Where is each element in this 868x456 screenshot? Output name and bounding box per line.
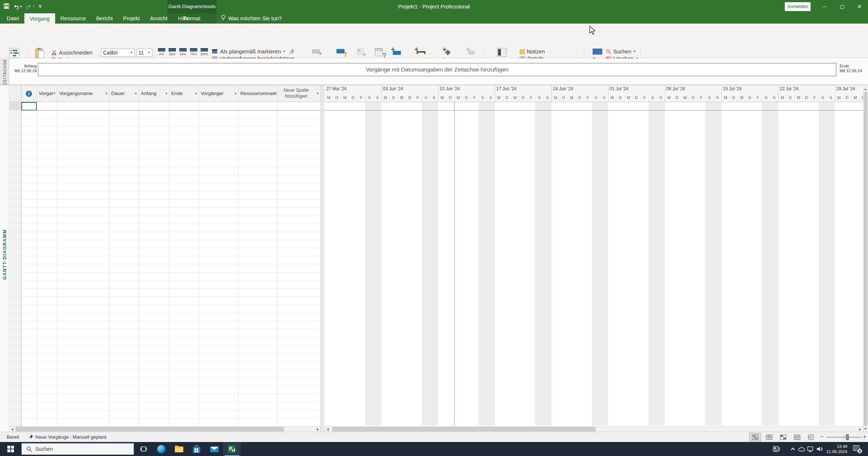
- view-task-usage-button[interactable]: [763, 433, 775, 442]
- project-app-taskbar-icon[interactable]: P: [223, 442, 241, 456]
- row-number-cell[interactable]: [9, 264, 21, 272]
- row-number-cell[interactable]: [9, 402, 21, 410]
- font-family-combo[interactable]: Calibri: [101, 49, 135, 57]
- row-number-cell[interactable]: [9, 353, 21, 361]
- row-number-cell[interactable]: [9, 167, 21, 175]
- percent-50-button[interactable]: 50%: [178, 48, 188, 58]
- view-team-planner-button[interactable]: [777, 433, 789, 442]
- row-number-cell[interactable]: [9, 369, 21, 378]
- close-button[interactable]: ✕: [851, 0, 868, 13]
- percent-0-button[interactable]: 0%: [157, 48, 166, 58]
- column-header-anfang[interactable]: Anfang: [138, 85, 169, 102]
- row-number-cell[interactable]: [9, 118, 21, 126]
- timeline-view-strip[interactable]: ZEITACHSE: [0, 59, 9, 85]
- table-chart-splitter[interactable]: [321, 85, 324, 432]
- row-number-cell[interactable]: [9, 361, 21, 369]
- vscroll-up-icon[interactable]: [864, 88, 867, 90]
- tab-bericht[interactable]: Bericht: [91, 13, 118, 24]
- row-number-cell[interactable]: [9, 321, 21, 329]
- column-header-dauer[interactable]: Dauer: [109, 85, 138, 102]
- view-gantt-button[interactable]: [749, 433, 761, 442]
- selected-cell[interactable]: [21, 102, 37, 111]
- column-header-info[interactable]: i: [21, 85, 36, 102]
- row-number-cell[interactable]: [9, 345, 21, 353]
- restore-button[interactable]: [833, 0, 851, 13]
- row-number-cell[interactable]: [9, 151, 21, 159]
- row-number-cell[interactable]: [9, 110, 21, 118]
- row-number-cell[interactable]: [9, 159, 21, 167]
- row-number-cell[interactable]: [9, 394, 21, 402]
- row-number-cell[interactable]: [9, 418, 21, 426]
- minimize-button[interactable]: ─: [816, 0, 833, 13]
- tab-format[interactable]: Format: [167, 13, 216, 24]
- taskbar-search-box[interactable]: Suchen: [21, 443, 134, 455]
- row-number-cell[interactable]: [9, 288, 21, 297]
- column-header-vorgar[interactable]: Vorgar: [36, 85, 57, 102]
- row-number-cell[interactable]: [9, 232, 21, 240]
- row-number-cell[interactable]: [9, 134, 21, 143]
- task-notes-button[interactable]: Notizen: [520, 48, 545, 55]
- view-name-strip[interactable]: GANTT-DIAGRAMM: [0, 85, 9, 432]
- table-hscroll-right-icon[interactable]: [317, 428, 319, 431]
- tab-datei[interactable]: Datei: [1, 13, 24, 24]
- chart-hscroll-left-icon[interactable]: [327, 428, 329, 431]
- view-report-button[interactable]: [805, 433, 817, 442]
- zoom-in-button[interactable]: +: [863, 434, 866, 440]
- table-hscroll-thumb[interactable]: [16, 427, 284, 431]
- row-number-cell[interactable]: [9, 207, 21, 215]
- column-header-ressourcennam[interactable]: Ressourcennam: [238, 85, 277, 102]
- row-number-cell[interactable]: [9, 199, 21, 207]
- zoom-out-button[interactable]: −: [820, 434, 823, 440]
- mail-app-icon[interactable]: [205, 442, 223, 456]
- taskbar-clock[interactable]: 13:49 12.06.2024: [825, 444, 847, 454]
- row-number-cell[interactable]: [9, 143, 21, 151]
- row-number-cell[interactable]: [9, 305, 21, 313]
- chart-hscroll-thumb[interactable]: [332, 427, 596, 431]
- row-number-cell[interactable]: [9, 248, 21, 256]
- tab-vorgang[interactable]: Vorgang: [24, 13, 55, 24]
- table-hscroll-left-icon[interactable]: [11, 428, 13, 431]
- percent-100-button[interactable]: 100%: [200, 48, 209, 58]
- notification-center-button[interactable]: 3: [850, 442, 864, 456]
- zoom-slider-thumb[interactable]: [846, 434, 849, 440]
- row-number-cell[interactable]: [9, 410, 21, 418]
- font-size-combo[interactable]: 11: [136, 49, 152, 57]
- vscroll-thumb[interactable]: [864, 92, 867, 426]
- row-number-cell[interactable]: [9, 378, 21, 386]
- row-number-cell[interactable]: [9, 329, 21, 337]
- row-number-cell[interactable]: [9, 240, 21, 248]
- status-new-tasks-mode[interactable]: Neue Vorgänge : Manuell geplant: [35, 434, 106, 440]
- chart-hscrollbar[interactable]: [325, 426, 863, 432]
- row-number-cell[interactable]: [9, 313, 21, 321]
- microsoft-store-icon[interactable]: [188, 442, 205, 456]
- row-number-cell[interactable]: [9, 175, 21, 183]
- column-header-vorgänger[interactable]: Vorgänger: [198, 85, 238, 102]
- row-number-cell[interactable]: [9, 102, 21, 110]
- row-number-cell[interactable]: [9, 272, 21, 280]
- table-hscrollbar[interactable]: [9, 426, 321, 432]
- row-number-cell[interactable]: [9, 126, 21, 134]
- view-resource-sheet-button[interactable]: [791, 433, 803, 442]
- row-number-cell[interactable]: [9, 215, 21, 224]
- task-view-button[interactable]: [135, 442, 152, 456]
- chart-vscrollbar[interactable]: [863, 86, 868, 432]
- widgets-news-icon[interactable]: [770, 442, 783, 456]
- start-button[interactable]: [0, 442, 21, 456]
- mark-on-track-button[interactable]: → Als plangemäß markieren: [212, 48, 285, 55]
- edge-browser-icon[interactable]: [152, 442, 170, 456]
- find-button[interactable]: Suchen: [606, 48, 636, 55]
- column-header-new-column[interactable]: Neue Spaltehinzufügen: [277, 85, 320, 102]
- column-header-ende[interactable]: Ende: [169, 85, 198, 102]
- tab-ressource[interactable]: Ressource: [55, 13, 91, 24]
- volume-icon[interactable]: [814, 442, 825, 456]
- row-number-cell[interactable]: [9, 280, 21, 288]
- timeline-placeholder-box[interactable]: Vorgänge mit Datumsangaben der Zeitachse…: [38, 63, 836, 76]
- select-all-cell[interactable]: [9, 85, 21, 102]
- file-explorer-icon[interactable]: [170, 442, 188, 456]
- percent-75-button[interactable]: 75%: [189, 48, 198, 58]
- zoom-slider-track[interactable]: [827, 437, 861, 438]
- row-number-cell[interactable]: [9, 183, 21, 191]
- column-header-vorgangsname[interactable]: Vorgangsname: [57, 85, 109, 102]
- tab-projekt[interactable]: Projekt: [118, 13, 145, 24]
- row-number-cell[interactable]: [9, 337, 21, 345]
